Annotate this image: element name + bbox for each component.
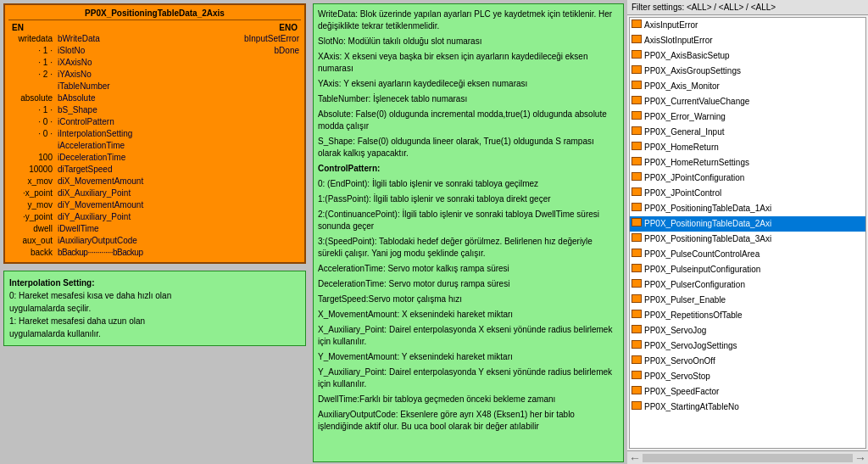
fb-row-left-label: diX_Auxiliary_Point [58,187,179,199]
tree-item[interactable]: PP0X_SpeedFactor [630,384,865,400]
tree-item[interactable]: PP0X_JPointControl [630,186,865,201]
scrollbar-bottom[interactable]: ← → [627,450,868,464]
fb-row-left-label: diX_MovementAmount [58,176,179,187]
tree-item-label: PP0X_RepetitionsOfTable [644,309,743,322]
block-icon [632,370,644,383]
block-icon [632,339,644,353]
fb-row-left-label: iDwellTime [58,223,179,235]
tree-item[interactable]: PP0X_HomeReturn [630,140,865,155]
desc-control-3: 3:(SpeedPoint): Tablodaki hedef değer gö… [318,236,619,260]
fb-row-left-val [10,81,53,92]
tree-item[interactable]: PP0X_Pulser_Enable [630,293,865,308]
tree-item[interactable]: PP0X_JPointConfiguration [630,171,865,186]
eno-label: ENO [279,23,298,32]
tree-item-label: PP0X_ServoStop [644,370,710,383]
tree-item-label: AxisInputError [644,19,698,32]
fb-row-left-val: · 1 · [10,104,53,116]
tree-item[interactable]: PP0X_PositioningTableData_1Axi [630,201,865,216]
fb-row-left-val: · 1 · [10,45,53,57]
desc-control-title: ControlPattern: [318,163,619,175]
fb-row-left-label: diY_Auxiliary_Point [58,211,179,223]
tree-container[interactable]: AxisInputErrorAxisSlotInputErrorPP0X_Axi… [629,17,866,449]
desc-control-2: 2:(ContinuancePoint): İlgili tablo işlen… [318,209,619,232]
fb-row-right-label [179,92,300,104]
tree-item[interactable]: PP0X_Axis_Monitor [630,79,865,94]
fb-row-left-label: bWriteData [58,33,179,45]
fb-row-right-label [179,164,300,176]
block-icon [632,248,644,261]
block-icon [632,187,644,200]
block-icon [632,232,644,246]
fb-row-right-label [179,69,300,81]
tree-item-label: PP0X_PulseinputConfiguration [644,263,760,277]
block-icon [632,263,644,277]
tree-item[interactable]: PP0X_ServoJog [630,323,865,338]
tree-item-label: PP0X_ServoJogSettings [644,339,737,353]
tree-item-label: PP0X_HomeReturn [644,141,719,154]
fb-row: · 1 · iXAxisNo [8,57,301,69]
fb-row: ·x_point diX_Auxiliary_Point [8,187,301,199]
fb-row: iAccelerationTime [8,140,301,152]
block-icon [632,293,644,307]
fb-row-right-label [179,187,300,199]
tree-item[interactable]: PP0X_ServoStop [630,369,865,384]
fb-row-left-val [10,140,53,152]
tree-item[interactable]: PP0X_ServoJogSettings [630,338,865,354]
fb-row-left-val: 10000 [10,164,53,176]
right-panel: Filter settings: <ALL> / <ALL> / <ALL> A… [627,0,868,464]
tree-item-label: PP0X_AxisGroupSettings [644,64,741,78]
block-icon [632,355,644,368]
tree-item[interactable]: PP0X_ServoOnOff [630,354,865,369]
tree-item-label: PP0X_PositioningTableData_1Axi [644,202,771,215]
block-icon [632,19,644,32]
tree-item-label: PP0X_Pulser_Enable [644,293,726,307]
tree-item[interactable]: PP0X_AxisGroupSettings [630,64,865,79]
tree-item[interactable]: PP0X_AxisBasicSetup [630,48,865,64]
tree-item[interactable]: PP0X_CurrentValueChange [630,94,865,109]
en-label: EN [12,23,24,32]
block-icon [632,202,644,215]
tree-item[interactable]: AxisInputError [630,18,865,33]
fb-row-left-label: iInterpolationSetting [58,128,179,140]
interpolation-box: Interpolation Setting: 0: Hareket mesafe… [3,271,306,346]
middle-panel: WriteData: Blok üzerinde yapılan ayarlar… [309,0,627,464]
tree-item[interactable]: PP0X_PositioningTableData_3Axi [630,232,865,247]
fb-row-left-label: iXAxisNo [58,57,179,69]
tree-item[interactable]: AxisSlotInputError [630,33,865,48]
block-icon [632,217,644,231]
desc-ymov: Y_MovementAmount: Y eksenindeki hareket … [318,351,619,363]
left-panel: PP0X_PositioningTableData_2Axis EN ENO w… [0,0,309,464]
block-icon [632,171,644,185]
desc-table: TableNumber: İşlenecek tablo numarası [318,93,619,105]
tree-item[interactable]: PP0X_PulserConfiguration [630,277,865,293]
tree-item-label: PP0X_SpeedFactor [644,385,719,399]
fb-row-right-label [179,128,300,140]
description-box[interactable]: WriteData: Blok üzerinde yapılan ayarlar… [313,3,624,462]
tree-item-label: PP0X_General_Input [644,126,725,139]
block-icon [632,95,644,109]
fb-row-left-val: aux_out [10,235,53,247]
fb-row-right-label [179,57,300,69]
tree-item[interactable]: PP0X_PulseinputConfiguration [630,262,865,277]
fb-row: · 1 · bS_Shape [8,104,301,116]
block-icon [632,110,644,124]
fb-row-left-val: 100 [10,152,53,164]
tree-item[interactable]: PP0X_PulseCountControlArea [630,247,865,262]
fb-row-right-label: bInputSetError [179,33,300,45]
fb-row-left-val: x_mov [10,176,53,187]
block-icon [632,49,644,63]
fb-row: · 0 · iControlPattern [8,116,301,128]
desc-xmov: X_MovementAmount: X eksenindeki hareket … [318,309,619,321]
fb-row: y_mov diY_MovementAmount [8,199,301,211]
tree-item[interactable]: PP0X_Error_Warning [630,109,865,125]
fb-row-left-label: iControlPattern [58,116,179,128]
fb-row-left-val: · 0 · [10,128,53,140]
tree-item[interactable]: PP0X_PositioningTableData_2Axi [630,216,865,232]
tree-item[interactable]: PP0X_HomeReturnSettings [630,155,865,171]
tree-item[interactable]: PP0X_RepetitionsOfTable [630,308,865,323]
desc-acc: AccelerationTime: Servo motor kalkış ram… [318,263,619,275]
filter-bar: Filter settings: <ALL> / <ALL> / <ALL> [627,0,868,15]
tree-item[interactable]: PP0X_General_Input [630,125,865,140]
tree-item[interactable]: PP0X_StartingAtTableNo [630,400,865,415]
fb-row-left-val: ·x_point [10,187,53,199]
